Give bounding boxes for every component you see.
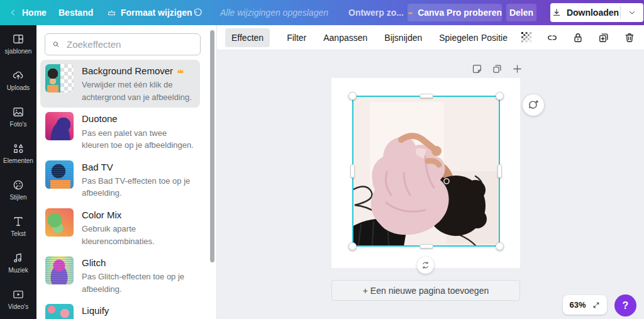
undo-icon: [192, 8, 203, 18]
lock-button[interactable]: [572, 31, 584, 44]
design-page[interactable]: [331, 78, 520, 268]
chevron-left-icon: [9, 8, 18, 17]
sidebar-item-templates[interactable]: sjablonen: [0, 25, 36, 62]
effect-thumbnail: [45, 208, 74, 237]
download-split-button: Downloaden: [550, 3, 643, 22]
text-icon: [12, 215, 25, 228]
selection-box[interactable]: [352, 96, 500, 247]
search-box: [45, 33, 201, 55]
download-button[interactable]: Downloaden: [550, 8, 620, 18]
effect-thumbnail: [45, 160, 74, 189]
effect-item-duotone[interactable]: Duotone Pas een palet van twee kleuren t…: [40, 108, 200, 155]
transparency-button[interactable]: [521, 31, 533, 43]
crown-gold-icon: [408, 8, 413, 18]
save-status: Alle wijzigingen opgeslagen: [220, 8, 328, 18]
uploads-icon: [12, 69, 25, 82]
effect-item-glitch[interactable]: Glitch Pas Glitch-effecten toe op je afb…: [40, 252, 200, 299]
download-icon: [552, 8, 562, 18]
search-input[interactable]: [65, 38, 193, 50]
sidebar: sjablonen Uploads Foto's Elementen Stijl…: [0, 25, 36, 319]
tab-spiegelen[interactable]: Spiegelen: [439, 28, 478, 47]
trash-icon: [623, 31, 636, 44]
position-button[interactable]: Positie: [481, 33, 508, 43]
download-options-button[interactable]: [621, 8, 643, 17]
undo-button[interactable]: [192, 8, 203, 18]
sidebar-item-styles[interactable]: Stijlen: [0, 171, 36, 208]
effect-thumbnail: [45, 64, 74, 92]
duplicate-button[interactable]: [597, 31, 610, 44]
file-menu[interactable]: Bestand: [58, 8, 93, 18]
top-bar: Home Bestand Formaat wijzigen Alle wijzi…: [0, 0, 644, 25]
music-icon: [12, 252, 25, 264]
transparency-icon: [521, 31, 533, 43]
crown-gold-icon: [176, 67, 185, 76]
notes-icon: [471, 63, 483, 75]
sidebar-item-elements[interactable]: Elementen: [0, 135, 36, 171]
page-actions: [471, 63, 523, 75]
comment-button[interactable]: [523, 94, 544, 116]
selection-handle-w[interactable]: [350, 164, 355, 178]
add-icon: [511, 63, 523, 75]
tab-bijsnijden[interactable]: Bijsnijden: [384, 28, 422, 47]
panel-scrollbar[interactable]: [210, 30, 214, 262]
share-button[interactable]: Delen: [506, 4, 536, 21]
tab-aanpassen[interactable]: Aanpassen: [323, 28, 367, 47]
duplicate-page-button[interactable]: [491, 63, 503, 75]
selection-handle-e[interactable]: [497, 164, 502, 178]
videos-icon: [12, 288, 25, 301]
effect-thumbnail: [45, 304, 74, 319]
link-icon: [546, 31, 558, 44]
elements-icon: [12, 142, 25, 155]
selection-handle-nw[interactable]: [348, 92, 357, 100]
photos-icon: [12, 106, 25, 118]
canva-editor: Home Bestand Formaat wijzigen Alle wijzi…: [0, 0, 644, 319]
search-icon: [52, 39, 60, 50]
effect-item-background-remover[interactable]: Background Remover Verwijder met één kli…: [40, 60, 200, 108]
design-title[interactable]: Ontwerp zo...: [348, 8, 404, 18]
effect-thumbnail: [45, 256, 74, 284]
tab-filter[interactable]: Filter: [287, 28, 306, 47]
lock-icon: [572, 31, 584, 44]
crown-icon: [107, 8, 116, 18]
styles-icon: [12, 179, 25, 191]
toolbar-tabs: Effecten Filter Aanpassen Bijsnijden Spi…: [217, 28, 479, 47]
home-button[interactable]: Home: [9, 8, 47, 18]
comment-plus-icon: [527, 99, 540, 111]
editor-toolbar: Effecten Filter Aanpassen Bijsnijden Spi…: [217, 25, 644, 50]
resize-menu[interactable]: Formaat wijzigen: [107, 8, 192, 18]
sidebar-item-videos[interactable]: Video's: [0, 281, 36, 317]
selection-handle-n[interactable]: [419, 94, 433, 98]
sidebar-item-uploads[interactable]: Uploads: [0, 62, 36, 98]
delete-button[interactable]: [623, 31, 636, 44]
help-button[interactable]: ?: [614, 294, 636, 316]
canva-pro-button[interactable]: Canva Pro proberen: [408, 4, 502, 21]
sidebar-item-music[interactable]: Muziek: [0, 244, 36, 281]
effect-thumbnail: [45, 112, 74, 140]
home-label: Home: [22, 8, 47, 18]
toolbar-right: Positie: [481, 31, 644, 44]
duplicate-icon: [597, 31, 610, 44]
zoom-level: 63%: [569, 300, 586, 310]
chevron-down-icon: [628, 8, 636, 17]
effect-item-color-mix[interactable]: Color Mix Gebruik aparte kleurencombinat…: [40, 204, 200, 252]
duplicate-page-icon: [491, 63, 503, 75]
zoom-control[interactable]: 63%: [563, 295, 607, 315]
effect-item-liquify[interactable]: Liquify Pas Liquify-effecten toe op je a…: [40, 299, 200, 319]
selection-handle-s[interactable]: [419, 244, 433, 249]
add-new-page-button[interactable]: + Een nieuwe pagina toevoegen: [331, 280, 520, 301]
tab-effecten[interactable]: Effecten: [225, 28, 270, 47]
canvas-area: + Een nieuwe pagina toevoegen 63% ?: [217, 50, 644, 319]
selection-handle-ne[interactable]: [496, 92, 504, 100]
sidebar-item-text[interactable]: Tekst: [0, 208, 36, 244]
selection-handle-se[interactable]: [496, 242, 504, 250]
rotate-icon: [421, 260, 430, 270]
link-button[interactable]: [546, 31, 558, 44]
effect-item-bad-tv[interactable]: Bad TV Pas Bad TV-effecten toe op je afb…: [40, 156, 200, 204]
notes-button[interactable]: [471, 63, 483, 75]
effects-panel: Background Remover Verwijder met één kli…: [36, 25, 217, 319]
add-page-icon-button[interactable]: [511, 63, 523, 75]
sidebar-item-photos[interactable]: Foto's: [0, 98, 36, 135]
rotate-handle[interactable]: [417, 257, 434, 274]
fullscreen-icon: [592, 301, 601, 310]
selection-handle-sw[interactable]: [348, 242, 357, 250]
